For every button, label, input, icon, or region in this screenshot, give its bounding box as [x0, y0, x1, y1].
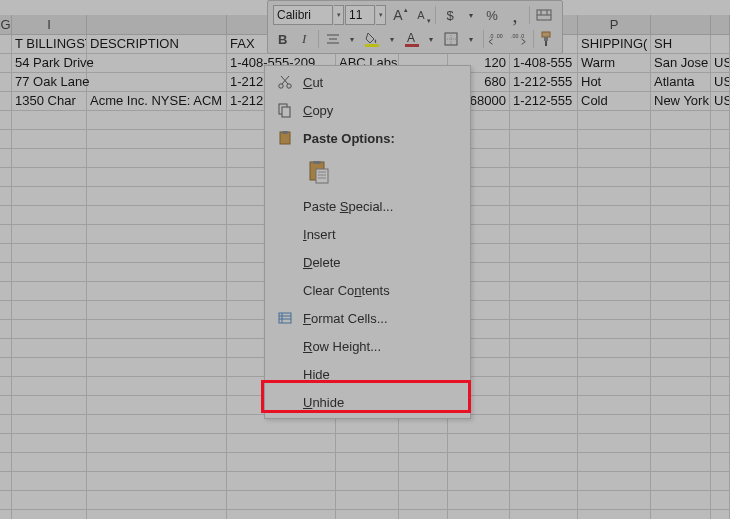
cell[interactable] — [12, 396, 87, 415]
accounting-dropdown[interactable]: ▾ — [462, 4, 480, 26]
cell[interactable] — [87, 472, 227, 491]
cell[interactable] — [87, 149, 227, 168]
cell[interactable] — [448, 453, 510, 472]
cell[interactable] — [87, 358, 227, 377]
cell[interactable]: Cold — [578, 92, 651, 111]
cell[interactable] — [12, 282, 87, 301]
cell[interactable] — [12, 453, 87, 472]
cell[interactable] — [87, 415, 227, 434]
cell[interactable] — [0, 282, 12, 301]
cell[interactable] — [12, 320, 87, 339]
cell[interactable] — [0, 92, 12, 111]
cell[interactable] — [227, 510, 336, 519]
cell[interactable]: US — [711, 73, 730, 92]
cell[interactable] — [651, 377, 711, 396]
menu-row-height[interactable]: Row Height... — [265, 332, 470, 360]
cell[interactable] — [87, 396, 227, 415]
cell[interactable] — [651, 453, 711, 472]
cell[interactable] — [578, 225, 651, 244]
cell[interactable] — [578, 206, 651, 225]
col-header-Q[interactable] — [651, 15, 711, 35]
cell[interactable] — [651, 301, 711, 320]
fill-color-button[interactable] — [362, 28, 382, 50]
cell[interactable] — [0, 491, 12, 510]
cell[interactable] — [12, 168, 87, 187]
cell[interactable]: US — [711, 92, 730, 111]
cell[interactable] — [578, 130, 651, 149]
cell[interactable] — [711, 282, 730, 301]
cell[interactable] — [12, 225, 87, 244]
cell[interactable] — [12, 377, 87, 396]
cell[interactable] — [87, 434, 227, 453]
cell[interactable] — [87, 453, 227, 472]
cell[interactable] — [651, 491, 711, 510]
col-header-I[interactable]: I — [12, 15, 87, 35]
cell[interactable] — [12, 111, 87, 130]
cell[interactable] — [510, 149, 578, 168]
cell[interactable] — [87, 168, 227, 187]
cell[interactable] — [510, 244, 578, 263]
cell[interactable] — [0, 377, 12, 396]
font-size-dropdown[interactable]: ▾ — [376, 5, 386, 25]
cell[interactable]: Warm — [578, 54, 651, 73]
cell[interactable] — [12, 263, 87, 282]
cell[interactable] — [0, 206, 12, 225]
font-name-combo[interactable]: Calibri — [273, 5, 333, 25]
cell[interactable] — [0, 472, 12, 491]
align-center-button[interactable] — [323, 28, 343, 50]
cell[interactable] — [578, 472, 651, 491]
cell[interactable] — [0, 54, 12, 73]
cell[interactable] — [0, 358, 12, 377]
cell[interactable]: 54 Park Drive — [12, 54, 87, 73]
cell[interactable] — [0, 453, 12, 472]
cell[interactable] — [12, 301, 87, 320]
format-painter-button[interactable] — [537, 28, 557, 50]
menu-cut[interactable]: Cut — [265, 68, 470, 96]
cell[interactable] — [12, 244, 87, 263]
cell[interactable] — [87, 225, 227, 244]
cell[interactable] — [87, 339, 227, 358]
cell[interactable] — [0, 244, 12, 263]
cell[interactable] — [448, 491, 510, 510]
cell[interactable] — [711, 491, 730, 510]
cell[interactable] — [12, 339, 87, 358]
cell[interactable] — [227, 491, 336, 510]
cell[interactable] — [510, 168, 578, 187]
font-name-dropdown[interactable]: ▾ — [334, 5, 344, 25]
cell[interactable] — [510, 320, 578, 339]
cell[interactable] — [651, 168, 711, 187]
cell[interactable] — [711, 168, 730, 187]
cell[interactable] — [510, 453, 578, 472]
cell[interactable] — [651, 149, 711, 168]
font-size-combo[interactable]: 11 — [345, 5, 375, 25]
cell[interactable] — [448, 434, 510, 453]
cell[interactable] — [711, 244, 730, 263]
cell[interactable] — [0, 35, 12, 54]
cell[interactable] — [578, 301, 651, 320]
cell[interactable] — [651, 263, 711, 282]
cell[interactable] — [87, 263, 227, 282]
cell[interactable] — [0, 73, 12, 92]
cell[interactable] — [510, 396, 578, 415]
cell[interactable] — [711, 377, 730, 396]
cell[interactable] — [12, 206, 87, 225]
cell[interactable] — [651, 111, 711, 130]
menu-clear-contents[interactable]: Clear Contents — [265, 276, 470, 304]
cell[interactable] — [12, 491, 87, 510]
font-color-dropdown[interactable]: ▾ — [423, 28, 439, 50]
cell[interactable]: San Jose — [651, 54, 711, 73]
cell[interactable] — [399, 472, 448, 491]
cell[interactable] — [0, 320, 12, 339]
cell[interactable] — [0, 187, 12, 206]
cell[interactable] — [578, 282, 651, 301]
cell[interactable] — [578, 377, 651, 396]
cell[interactable] — [510, 491, 578, 510]
fill-color-dropdown[interactable]: ▾ — [384, 28, 400, 50]
cell[interactable] — [510, 263, 578, 282]
cell[interactable] — [651, 358, 711, 377]
cell[interactable] — [399, 510, 448, 519]
cell[interactable] — [399, 434, 448, 453]
cell[interactable] — [336, 434, 399, 453]
cell[interactable] — [651, 130, 711, 149]
menu-unhide[interactable]: Unhide — [265, 388, 470, 416]
